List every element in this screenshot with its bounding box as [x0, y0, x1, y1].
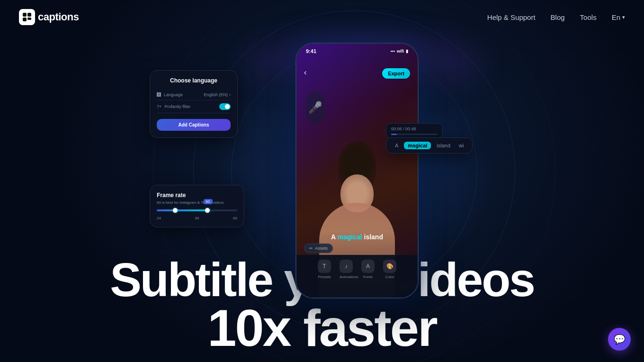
- toolbar-fonts-icon[interactable]: A: [361, 260, 375, 273]
- phone-time: 9:41: [306, 48, 316, 54]
- logo-icon: [19, 9, 35, 25]
- logo-text: captions: [38, 11, 79, 23]
- caption-text-after: island: [362, 233, 383, 241]
- framerate-title: Frame rate: [157, 192, 237, 199]
- timeline-progress: [391, 134, 397, 135]
- hero-section: captions Help & Support Blog Tools En ▾ …: [0, 0, 644, 362]
- slider-label-mid: 30: [195, 216, 199, 220]
- language-label: En: [612, 13, 620, 21]
- chat-fab-button[interactable]: 💬: [608, 328, 631, 351]
- toolbar-icons-row: T ♪ A 🎨: [318, 255, 396, 275]
- phone-toolbar: T ♪ A 🎨 Presets Animations Fonts Color: [296, 255, 418, 298]
- signal-icon: ▪▪▪: [390, 49, 395, 54]
- status-icons: ▪▪▪ wifi ▮: [390, 49, 408, 54]
- slider-thumb-left[interactable]: [173, 208, 178, 213]
- wifi-icon: wifi: [397, 49, 404, 54]
- navigation: captions Help & Support Blog Tools En ▾: [0, 0, 644, 34]
- add-captions-button[interactable]: Add Captions: [157, 119, 231, 131]
- word-chip-magical: magical: [404, 142, 431, 149]
- assets-pill[interactable]: ✏ Assets: [304, 244, 333, 253]
- language-panel: Choose language 🅰 Language English (EN) …: [150, 70, 238, 138]
- profanity-label: Profanity filter: [164, 104, 190, 109]
- language-row-label: Language: [164, 92, 183, 97]
- phone-frame: 🎤 9:41 ▪▪▪ wifi ▮ ‹ Export A magical isl…: [295, 43, 419, 299]
- phone-status-bar: 9:41 ▪▪▪ wifi ▮: [296, 48, 418, 54]
- toolbar-color-icon[interactable]: 🎨: [383, 260, 396, 273]
- nav-links: Help & Support Blog Tools En ▾: [487, 13, 625, 21]
- caption-text-before: A: [331, 233, 337, 241]
- back-button[interactable]: ‹: [304, 68, 306, 77]
- framerate-panel: Frame rate 60 is best for Instagram & Ti…: [150, 185, 244, 227]
- framerate-slider[interactable]: 60: [157, 209, 237, 211]
- slider-fill: [157, 209, 205, 211]
- slider-badge: 60: [204, 199, 213, 204]
- nav-blog[interactable]: Blog: [551, 13, 565, 21]
- svg-rect-3: [27, 18, 31, 20]
- nav-tools[interactable]: Tools: [580, 13, 597, 21]
- language-value: English (EN): [204, 92, 228, 97]
- slider-thumb-right[interactable]: [205, 208, 210, 213]
- export-button[interactable]: Export: [382, 68, 410, 79]
- timeline-text: 00:06 / 00:48: [391, 127, 416, 131]
- toolbar-presets-icon[interactable]: T: [318, 260, 331, 273]
- toolbar-label-presets: Presets: [318, 275, 331, 279]
- svg-rect-0: [23, 13, 27, 17]
- toolbar-animations-icon[interactable]: ♪: [340, 260, 353, 273]
- language-row: 🅰 Language English (EN) ›: [157, 90, 231, 100]
- word-chip-wi: wi: [456, 142, 466, 149]
- caption-highlight: magical: [337, 233, 362, 241]
- language-selector[interactable]: En ▾: [612, 13, 625, 21]
- nav-help-support[interactable]: Help & Support: [487, 13, 536, 21]
- slider-labels: 24 30 60: [157, 216, 237, 220]
- slider-label-max: 60: [233, 216, 237, 220]
- svg-rect-1: [27, 13, 31, 17]
- caption-bar: A magical island: [296, 233, 418, 241]
- hero-headline-line2: 10x faster: [0, 303, 644, 353]
- word-chip-a: A: [392, 142, 401, 149]
- microphone-icon: 🎤: [306, 91, 325, 124]
- chat-icon: 💬: [614, 334, 626, 345]
- assets-label: Assets: [315, 246, 328, 251]
- assets-edit-icon: ✏: [309, 246, 313, 251]
- timeline-bar: 00:06 / 00:48: [386, 123, 443, 138]
- toolbar-labels-row: Presets Animations Fonts Color: [318, 275, 396, 279]
- language-chevron-icon: ›: [229, 92, 231, 97]
- profanity-row: 7+ Profanity filter: [157, 100, 231, 113]
- slider-label-min: 24: [157, 216, 161, 220]
- svg-rect-2: [23, 18, 27, 21]
- language-row-right: English (EN) ›: [204, 92, 231, 97]
- language-row-icon: 🅰: [157, 92, 161, 97]
- profanity-icon: 7+: [157, 104, 161, 109]
- profanity-row-left: 7+ Profanity filter: [157, 104, 190, 109]
- language-row-left: 🅰 Language: [157, 92, 183, 97]
- toolbar-label-fonts: Fonts: [361, 275, 375, 279]
- toolbar-label-animations: Animations: [340, 275, 353, 279]
- framerate-subtitle: 60 is best for Instagram & TikTok videos: [157, 200, 237, 205]
- language-panel-title: Choose language: [157, 77, 231, 84]
- toolbar-label-color: Color: [383, 275, 396, 279]
- logo[interactable]: captions: [19, 9, 79, 25]
- word-strip-panel: A magical island wi: [386, 137, 473, 154]
- chevron-down-icon: ▾: [622, 14, 625, 20]
- word-chip-island: island: [434, 142, 453, 149]
- battery-icon: ▮: [406, 49, 408, 54]
- profanity-toggle[interactable]: [219, 103, 231, 110]
- phone-mockup: 🎤 9:41 ▪▪▪ wifi ▮ ‹ Export A magical isl…: [295, 43, 428, 308]
